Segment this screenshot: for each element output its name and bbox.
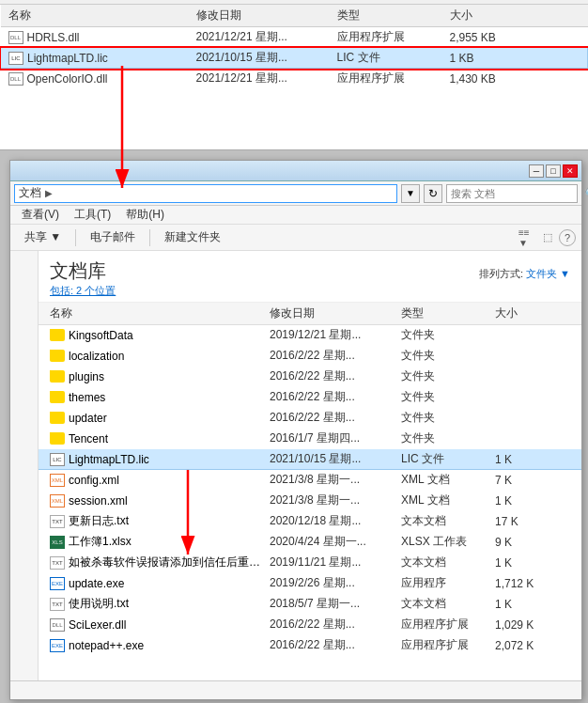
exe-icon: EXE <box>50 639 65 652</box>
file-date-cell: 2021/3/8 星期一... <box>270 472 401 488</box>
status-bar <box>10 680 581 699</box>
col-size-header[interactable]: 大小 <box>442 5 588 27</box>
file-name-cell: TXT 如被杀毒软件误报请添加到信任后重新解... <box>50 555 270 570</box>
col-name[interactable]: 名称 <box>50 305 270 321</box>
library-includes-link[interactable]: 包括: 2 个位置 <box>50 285 116 296</box>
file-name-label: plugins <box>69 370 104 383</box>
folder-icon <box>50 370 65 383</box>
menu-help[interactable]: 帮助(H) <box>118 205 172 225</box>
file-type-cell: LIC 文件 <box>330 48 442 69</box>
col-date-header[interactable]: 修改日期 <box>189 5 330 27</box>
list-item[interactable]: EXE notepad++.exe 2016/2/22 星期... 应用程序扩展… <box>39 635 581 656</box>
file-name-label: 更新日志.txt <box>69 513 129 529</box>
folder-icon <box>50 391 65 403</box>
list-item[interactable]: XML config.xml 2021/3/8 星期一... XML 文档 7 … <box>39 470 581 491</box>
file-name-cell: DLL OpenColorIO.dll <box>1 69 189 89</box>
search-input[interactable] <box>447 188 584 199</box>
folder-icon <box>50 432 65 445</box>
view-change-button[interactable]: ≡≡ ▼ <box>518 228 536 247</box>
list-item[interactable]: TXT 如被杀毒软件误报请添加到信任后重新解... 2019/11/21 星期.… <box>39 553 581 573</box>
file-name-cell: localization <box>50 350 270 363</box>
file-size-cell: 2,072 K <box>495 639 570 652</box>
file-name-cell: Tencent <box>50 432 270 445</box>
menu-view[interactable]: 查看(V) <box>14 205 67 225</box>
list-item[interactable]: XLS 工作簿1.xlsx 2020/4/24 星期一... XLSX 工作表 … <box>39 532 581 553</box>
col-type[interactable]: 类型 <box>401 305 495 321</box>
list-item[interactable]: KingsoftData 2019/12/21 星期... 文件夹 <box>39 325 581 346</box>
list-item[interactable]: TXT 更新日志.txt 2020/12/18 星期... 文本文档 17 K <box>39 511 581 532</box>
address-refresh-button[interactable]: ↻ <box>424 184 442 203</box>
file-type-cell: 文件夹 <box>401 327 495 343</box>
file-type-cell: 应用程序扩展 <box>330 69 442 89</box>
lic-icon: LIC <box>8 52 23 65</box>
preview-pane-button[interactable]: ⬚ <box>538 228 557 247</box>
list-item[interactable]: LIC LightmapLTD.lic 2021/10/15 星期... LIC… <box>39 449 581 470</box>
top-file-panel: 名称 修改日期 类型 大小 DLL HDRLS.dll 2021/12/21 星… <box>0 0 588 150</box>
list-item[interactable]: DLL SciLexer.dll 2016/2/22 星期... 应用程序扩展 … <box>39 615 581 635</box>
txt-icon: TXT <box>50 598 65 611</box>
folder-icon <box>50 350 65 362</box>
list-item[interactable]: EXE update.exe 2019/2/26 星期... 应用程序 1,71… <box>39 573 581 594</box>
library-title: 文档库 <box>50 258 116 284</box>
title-bar-controls: ─ □ ✕ <box>529 164 578 178</box>
list-item[interactable]: plugins 2016/2/22 星期... 文件夹 <box>39 367 581 387</box>
help-button[interactable]: ? <box>559 229 576 246</box>
list-item[interactable]: Tencent 2016/1/7 星期四... 文件夹 <box>39 429 581 449</box>
file-date-cell: 2021/12/21 星期... <box>189 69 330 89</box>
file-name-cell: XML config.xml <box>50 474 270 487</box>
col-size[interactable]: 大小 <box>495 305 570 321</box>
sort-link[interactable]: 文件夹 ▼ <box>526 268 570 279</box>
maximize-button[interactable]: □ <box>546 164 561 178</box>
file-name-cell: plugins <box>50 370 270 383</box>
file-date-cell: 2021/3/8 星期一... <box>270 492 401 508</box>
txt-icon: TXT <box>50 515 65 528</box>
table-row[interactable]: DLL OpenColorIO.dll 2021/12/21 星期... 应用程… <box>1 69 588 89</box>
table-row[interactable]: DLL HDRLS.dll 2021/12/21 星期... 应用程序扩展 2,… <box>1 27 588 48</box>
file-date-cell: 2021/10/15 星期... <box>189 48 330 69</box>
file-name-label: localization <box>69 350 124 363</box>
minimize-button[interactable]: ─ <box>529 164 544 178</box>
left-nav-panel <box>10 251 39 680</box>
search-button[interactable]: 🔍 <box>584 185 588 202</box>
file-name-label: 工作簿1.xlsx <box>69 534 132 550</box>
title-bar: ─ □ ✕ <box>10 161 581 181</box>
file-date-cell: 2016/2/22 星期... <box>270 348 401 364</box>
file-name-label: OpenColorIO.dll <box>27 72 108 86</box>
file-name-cell: LIC LightmapLTD.lic <box>50 453 270 466</box>
share-button[interactable]: 共享 ▼ <box>16 227 70 248</box>
file-date-cell: 2019/2/26 星期... <box>270 575 401 591</box>
file-size-cell: 1 K <box>495 598 570 611</box>
list-item[interactable]: TXT 使用说明.txt 2018/5/7 星期一... 文本文档 1 K <box>39 594 581 615</box>
file-name-cell: LIC LightmapLTD.lic <box>1 48 189 69</box>
list-item[interactable]: XML session.xml 2021/3/8 星期一... XML 文档 1… <box>39 491 581 511</box>
col-name-header[interactable]: 名称 <box>1 5 189 27</box>
list-item[interactable]: localization 2016/2/22 星期... 文件夹 <box>39 346 581 367</box>
address-text: 文档 <box>19 185 41 201</box>
file-date-cell: 2016/2/22 星期... <box>270 368 401 384</box>
file-type-cell: 应用程序扩展 <box>401 617 495 633</box>
top-file-table: 名称 修改日期 类型 大小 DLL HDRLS.dll 2021/12/21 星… <box>0 5 588 89</box>
file-name-label: HDRLS.dll <box>27 31 80 44</box>
email-button[interactable]: 电子邮件 <box>82 227 144 248</box>
col-date[interactable]: 修改日期 <box>270 305 401 321</box>
file-name-cell: themes <box>50 391 270 404</box>
file-size-cell: 1,430 KB <box>442 69 588 89</box>
file-name-label: KingsoftData <box>69 329 133 342</box>
table-row[interactable]: LIC LightmapLTD.lic 2021/10/15 星期... LIC… <box>1 48 588 69</box>
col-type-header[interactable]: 类型 <box>330 5 442 27</box>
address-go-button[interactable]: ▼ <box>401 184 420 203</box>
file-date-cell: 2020/12/18 星期... <box>270 513 401 529</box>
address-arrow-icon: ▶ <box>45 188 53 198</box>
list-item[interactable]: updater 2016/2/22 星期... 文件夹 <box>39 408 581 429</box>
new-folder-button[interactable]: 新建文件夹 <box>156 227 229 248</box>
file-name-cell: KingsoftData <box>50 329 270 342</box>
file-name-label: config.xml <box>69 474 119 487</box>
close-button[interactable]: ✕ <box>563 164 578 178</box>
file-type-cell: XLSX 工作表 <box>401 534 495 550</box>
file-type-cell: XML 文档 <box>401 492 495 508</box>
file-name-cell: TXT 使用说明.txt <box>50 596 270 612</box>
list-item[interactable]: themes 2016/2/22 星期... 文件夹 <box>39 387 581 408</box>
menu-tools[interactable]: 工具(T) <box>67 205 118 225</box>
file-name-cell: DLL HDRLS.dll <box>1 27 189 48</box>
main-file-list[interactable]: 文档库 包括: 2 个位置 排列方式: 文件夹 ▼ 名称 修改日期 类型 大小 <box>39 251 581 680</box>
